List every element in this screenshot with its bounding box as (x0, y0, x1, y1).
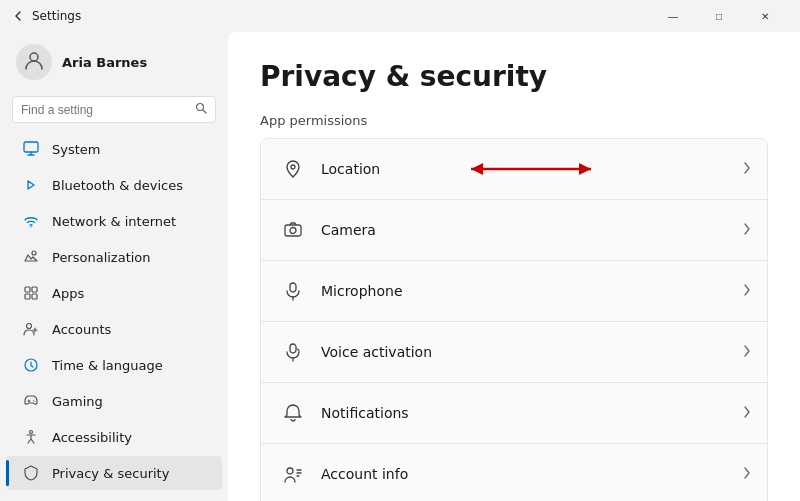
sidebar-item-bluetooth[interactable]: Bluetooth & devices (6, 168, 222, 202)
microphone-label: Microphone (321, 283, 743, 299)
microphone-chevron-icon (743, 283, 751, 300)
sidebar-item-privacy[interactable]: Privacy & security (6, 456, 222, 490)
gaming-label: Gaming (52, 394, 103, 409)
avatar (16, 44, 52, 80)
camera-icon (277, 214, 309, 246)
svg-point-12 (34, 401, 35, 402)
maximize-button[interactable]: □ (696, 0, 742, 32)
svg-point-11 (33, 400, 34, 401)
svg-rect-6 (32, 287, 37, 292)
svg-point-19 (290, 228, 296, 234)
svg-rect-20 (290, 283, 296, 292)
time-icon (22, 356, 40, 374)
accounts-label: Accounts (52, 322, 111, 337)
title-bar: Settings — □ ✕ (0, 0, 800, 32)
section-label: App permissions (260, 113, 768, 128)
permission-camera[interactable]: Camera (261, 200, 767, 261)
svg-point-14 (291, 165, 295, 169)
app-body: Aria Barnes System (0, 32, 800, 501)
permission-voice[interactable]: Voice activation (261, 322, 767, 383)
privacy-icon (22, 464, 40, 482)
system-label: System (52, 142, 100, 157)
time-label: Time & language (52, 358, 163, 373)
svg-point-0 (30, 53, 38, 61)
notifications-icon (277, 397, 309, 429)
svg-point-9 (27, 324, 32, 329)
sidebar-item-network[interactable]: Network & internet (6, 204, 222, 238)
location-chevron-icon (743, 161, 751, 178)
svg-point-4 (32, 251, 36, 255)
search-input[interactable] (21, 103, 189, 117)
svg-rect-22 (290, 344, 296, 353)
back-button[interactable] (12, 10, 24, 22)
svg-point-24 (287, 468, 293, 474)
permission-microphone[interactable]: Microphone (261, 261, 767, 322)
close-button[interactable]: ✕ (742, 0, 788, 32)
network-label: Network & internet (52, 214, 176, 229)
apps-icon (22, 284, 40, 302)
window-controls: — □ ✕ (650, 0, 788, 32)
page-title: Privacy & security (260, 60, 768, 93)
bluetooth-label: Bluetooth & devices (52, 178, 183, 193)
svg-rect-2 (24, 142, 38, 152)
notifications-chevron-icon (743, 405, 751, 422)
personalization-label: Personalization (52, 250, 151, 265)
location-label: Location (321, 161, 743, 177)
network-icon (22, 212, 40, 230)
sidebar-item-update[interactable]: Windows Update (6, 492, 222, 501)
sidebar-item-accounts[interactable]: Accounts (6, 312, 222, 346)
privacy-label: Privacy & security (52, 466, 169, 481)
svg-rect-8 (32, 294, 37, 299)
svg-point-13 (30, 431, 33, 434)
accounts-icon (22, 320, 40, 338)
voice-chevron-icon (743, 344, 751, 361)
account-info-chevron-icon (743, 466, 751, 483)
camera-chevron-icon (743, 222, 751, 239)
sidebar: Aria Barnes System (0, 32, 228, 501)
svg-point-3 (30, 226, 31, 227)
content-area: Privacy & security App permissions Locat… (228, 32, 800, 501)
account-info-label: Account info (321, 466, 743, 482)
svg-rect-5 (25, 287, 30, 292)
search-box[interactable] (12, 96, 216, 123)
personalization-icon (22, 248, 40, 266)
sidebar-item-time[interactable]: Time & language (6, 348, 222, 382)
bluetooth-icon (22, 176, 40, 194)
voice-label: Voice activation (321, 344, 743, 360)
svg-rect-18 (285, 225, 301, 236)
search-icon (195, 102, 207, 117)
gaming-icon (22, 392, 40, 410)
location-icon (277, 153, 309, 185)
camera-label: Camera (321, 222, 743, 238)
accessibility-label: Accessibility (52, 430, 132, 445)
notifications-label: Notifications (321, 405, 743, 421)
system-icon (22, 140, 40, 158)
minimize-button[interactable]: — (650, 0, 696, 32)
user-name: Aria Barnes (62, 55, 147, 70)
sidebar-item-system[interactable]: System (6, 132, 222, 166)
title-bar-left: Settings (12, 9, 81, 23)
svg-rect-7 (25, 294, 30, 299)
user-profile[interactable]: Aria Barnes (0, 32, 228, 96)
permission-account-info[interactable]: Account info (261, 444, 767, 501)
permissions-list: Location (260, 138, 768, 501)
sidebar-item-accessibility[interactable]: Accessibility (6, 420, 222, 454)
sidebar-item-apps[interactable]: Apps (6, 276, 222, 310)
svg-point-1 (197, 104, 204, 111)
microphone-icon (277, 275, 309, 307)
user-icon (23, 49, 45, 76)
apps-label: Apps (52, 286, 84, 301)
accessibility-icon (22, 428, 40, 446)
account-info-icon (277, 458, 309, 490)
permission-location[interactable]: Location (261, 139, 767, 200)
sidebar-item-personalization[interactable]: Personalization (6, 240, 222, 274)
sidebar-item-gaming[interactable]: Gaming (6, 384, 222, 418)
voice-icon (277, 336, 309, 368)
app-title: Settings (32, 9, 81, 23)
permission-notifications[interactable]: Notifications (261, 383, 767, 444)
